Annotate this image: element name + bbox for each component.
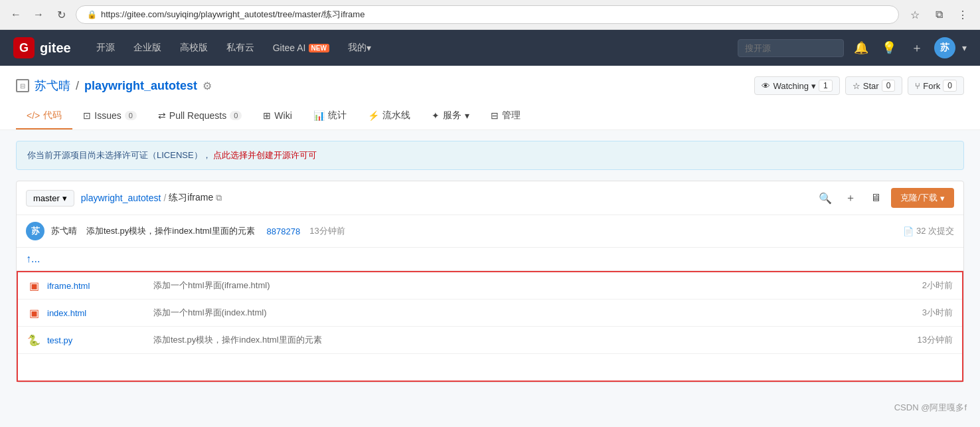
commit-row: 苏 苏弋晴 添加test.py模块，操作index.html里面的元素 8878…	[17, 215, 963, 248]
back-button[interactable]: ←	[8, 7, 24, 23]
file-time-testpy: 13分钟前	[918, 334, 953, 346]
tab-issues-label: Issues	[94, 110, 121, 121]
clone-button[interactable]: 克隆/下载 ▾	[891, 188, 954, 208]
issues-icon: ⊡	[83, 110, 91, 121]
user-avatar[interactable]: 苏	[934, 37, 955, 58]
repo-separator: /	[76, 79, 79, 93]
path-current: 练习iframe	[169, 192, 213, 204]
browser-chrome: ← → ↻ 🔒 https://gitee.com/suyiqing/playw…	[0, 0, 980, 30]
repo-icon: ⊟	[16, 79, 29, 92]
page-container: ⊟ 苏弋晴 / playwright_autotest ⚙ 👁 Watching…	[0, 66, 980, 427]
tab-stats[interactable]: 📊 统计	[303, 103, 357, 129]
tab-code[interactable]: </> 代码	[16, 103, 72, 129]
license-notice: 你当前开源项目尚未选择许可证（LICENSE）， 点此选择并创建开源许可可	[16, 141, 964, 170]
license-link[interactable]: 点此选择并创建开源许可可	[213, 150, 317, 160]
repo-name[interactable]: playwright_autotest	[84, 79, 197, 93]
tab-admin-label: 管理	[502, 110, 521, 122]
file-time-index: 3小时前	[922, 307, 953, 319]
commit-hash[interactable]: 8878278	[267, 226, 301, 236]
fork-count: 0	[943, 80, 957, 92]
star-button[interactable]: ☆ Star 0	[845, 76, 903, 95]
window-button[interactable]: ⧉	[930, 5, 948, 24]
tab-issues[interactable]: ⊡ Issues 0	[72, 103, 147, 129]
nav-search-input[interactable]	[738, 39, 844, 57]
nav-enterprise[interactable]: 企业版	[124, 30, 171, 66]
tab-services[interactable]: ✦ 服务 ▾	[421, 103, 480, 129]
watch-button[interactable]: 👁 Watching ▾ 1	[754, 76, 839, 95]
watch-count: 1	[819, 80, 833, 92]
repo-title-row: ⊟ 苏弋晴 / playwright_autotest ⚙ 👁 Watching…	[16, 76, 964, 95]
repo-title: ⊟ 苏弋晴 / playwright_autotest ⚙	[16, 78, 212, 94]
tab-pulls-label: Pull Requests	[169, 110, 226, 121]
stats-icon: 📊	[313, 110, 325, 121]
gitee-nav: G gitee 开源 企业版 高校版 私有云 Gitee AI NEW 我的 ▾…	[0, 30, 980, 66]
nav-university[interactable]: 高校版	[171, 30, 217, 66]
fork-icon: ⑂	[915, 81, 920, 91]
repo-settings-icon[interactable]: ⚙	[203, 80, 212, 92]
tab-pipeline[interactable]: ⚡ 流水线	[357, 103, 421, 129]
address-bar[interactable]: 🔒 https://gitee.com/suyiqing/playwright_…	[76, 5, 899, 24]
file-time-iframe: 2小时前	[922, 280, 953, 292]
py-file-icon: 🐍	[27, 333, 41, 347]
file-name-iframe[interactable]: iframe.html	[47, 281, 147, 291]
tab-pipeline-label: 流水线	[382, 110, 410, 122]
path-separator: /	[163, 193, 166, 203]
refresh-button[interactable]: ↻	[53, 7, 69, 23]
tab-code-label: 代码	[43, 110, 62, 122]
browser-actions: ☆ ⧉ ⋮	[906, 5, 972, 24]
bulb-icon[interactable]: 💡	[878, 37, 900, 58]
nav-mine[interactable]: 我的 ▾	[339, 30, 380, 66]
clone-label: 克隆/下载	[900, 192, 938, 204]
fork-button[interactable]: ⑂ Fork 0	[908, 76, 964, 95]
services-icon: ✦	[432, 110, 440, 121]
license-text: 你当前开源项目尚未选择许可证（LICENSE），	[27, 150, 211, 160]
watch-arrow: ▾	[811, 81, 816, 91]
file-commit-index: 添加一个html界面(index.html)	[153, 307, 916, 319]
gitee-logo-icon: G	[13, 37, 35, 58]
html-file-icon-2: ▣	[27, 306, 41, 319]
desktop-icon-btn[interactable]: 🖥	[866, 188, 886, 208]
tab-wiki[interactable]: ⊞ Wiki	[252, 103, 302, 129]
file-name-index[interactable]: index.html	[47, 308, 147, 318]
branch-selector[interactable]: master ▾	[26, 190, 74, 207]
services-arrow: ▾	[465, 110, 469, 121]
back-row[interactable]: ↑...	[17, 248, 963, 271]
file-name-testpy[interactable]: test.py	[47, 335, 147, 345]
forward-button[interactable]: →	[31, 7, 46, 23]
tab-admin[interactable]: ⊟ 管理	[480, 103, 531, 129]
path-breadcrumb: playwright_autotest / 练习iframe ⧉	[81, 192, 222, 204]
repo-tabs: </> 代码 ⊡ Issues 0 ⇄ Pull Requests 0 ⊞ Wi…	[16, 103, 964, 129]
repo-header: ⊟ 苏弋晴 / playwright_autotest ⚙ 👁 Watching…	[0, 66, 980, 130]
path-root[interactable]: playwright_autotest	[81, 193, 161, 203]
repo-owner[interactable]: 苏弋晴	[35, 78, 70, 94]
html-file-icon-1: ▣	[27, 279, 41, 292]
tab-pulls[interactable]: ⇄ Pull Requests 0	[147, 103, 253, 129]
clone-arrow-icon: ▾	[940, 193, 945, 203]
file-list: ▣ iframe.html 添加一个html界面(iframe.html) 2小…	[17, 271, 963, 382]
add-file-icon-btn[interactable]: ＋	[841, 188, 860, 208]
file-list-spacer	[18, 354, 962, 381]
eye-icon: 👁	[762, 81, 770, 91]
nav-opensource[interactable]: 开源	[87, 30, 124, 66]
search-icon-btn[interactable]: 🔍	[815, 188, 835, 208]
avatar-arrow-icon: ▾	[962, 43, 967, 53]
tab-services-label: 服务	[443, 110, 461, 122]
watch-label: Watching	[773, 81, 809, 91]
copy-path-icon[interactable]: ⧉	[216, 193, 222, 203]
notification-icon[interactable]: 🔔	[851, 37, 872, 58]
nav-ai[interactable]: Gitee AI NEW	[264, 30, 339, 66]
commit-count-label: 32 次提交	[916, 225, 954, 237]
menu-button[interactable]: ⋮	[953, 5, 972, 24]
mine-arrow-icon: ▾	[367, 43, 371, 53]
ai-badge: NEW	[309, 44, 329, 52]
star-label: Star	[863, 81, 879, 91]
nav-private[interactable]: 私有云	[217, 30, 264, 66]
commit-message: 添加test.py模块，操作index.html里面的元素	[86, 225, 255, 237]
star-count: 0	[882, 80, 896, 92]
plus-icon[interactable]: ＋	[906, 37, 928, 58]
gitee-logo[interactable]: G gitee	[13, 37, 71, 58]
admin-icon: ⊟	[491, 110, 499, 121]
main-content: 你当前开源项目尚未选择许可证（LICENSE）， 点此选择并创建开源许可可 ma…	[0, 130, 980, 427]
commit-author[interactable]: 苏弋晴	[51, 225, 77, 237]
bookmark-button[interactable]: ☆	[906, 5, 924, 24]
